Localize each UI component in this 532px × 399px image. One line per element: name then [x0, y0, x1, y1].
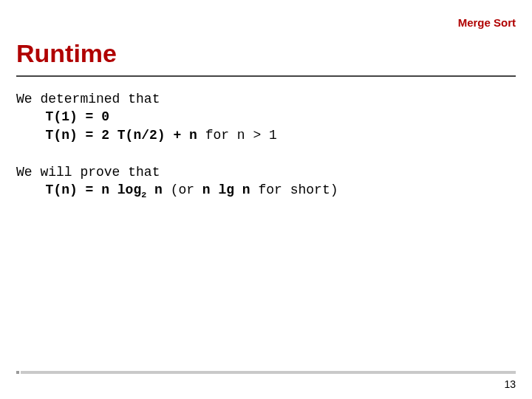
p2-tail-open: (or: [163, 183, 202, 197]
paragraph-1: We determined that T(1) = 0 T(n) = 2 T(n…: [16, 90, 516, 144]
p1-lead: We determined that: [16, 92, 160, 106]
p2-eq: T(n) = n log2 n: [46, 183, 163, 197]
footer-rule: [16, 371, 516, 374]
p1-line1-bold: T(1) = 0: [46, 109, 109, 124]
p2-eq-rhs: n: [146, 183, 163, 197]
p1-line1: T(1) = 0: [16, 108, 516, 126]
slide: Merge Sort Runtime We determined that T(…: [0, 0, 532, 399]
p1-line2: T(n) = 2 T(n/2) + n for n > 1: [16, 126, 516, 144]
slide-body: We determined that T(1) = 0 T(n) = 2 T(n…: [16, 90, 516, 199]
topic-label: Merge Sort: [16, 16, 516, 29]
p1-line2-bold: T(n) = 2 T(n/2) + n: [46, 128, 197, 143]
title-underline: [16, 75, 516, 77]
paragraph-2: We will prove that T(n) = n log2 n (or n…: [16, 163, 516, 200]
p1-line2-tail: for n > 1: [197, 128, 277, 143]
page-number: 13: [504, 378, 516, 390]
p2-line: T(n) = n log2 n (or n lg n for short): [16, 181, 516, 199]
p2-eq-lhs: T(n) = n log: [46, 183, 142, 197]
slide-title: Runtime: [16, 39, 516, 68]
p2-tail-close: for short): [250, 183, 338, 197]
p2-tail-bold: n lg n: [202, 183, 250, 197]
p2-lead: We will prove that: [16, 165, 160, 180]
